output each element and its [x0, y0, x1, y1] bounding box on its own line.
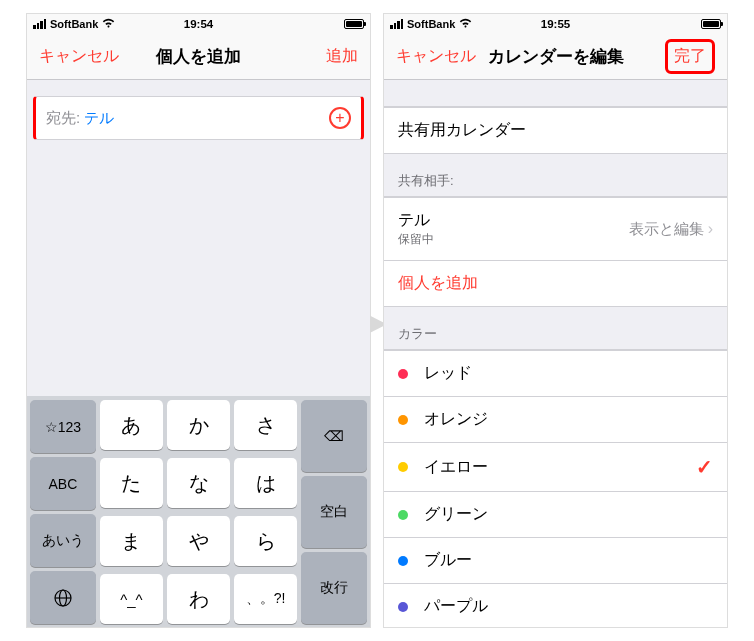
calendar-name: 共有用カレンダー	[398, 120, 526, 141]
chevron-right-icon: ›	[708, 220, 713, 238]
color-option[interactable]: オレンジ	[384, 397, 727, 443]
phone-left: SoftBank 19:54 キャンセル 個人を追加 追加 宛先: テル + ☆…	[26, 13, 371, 628]
color-label: ブルー	[424, 550, 713, 571]
color-label: パープル	[424, 596, 713, 617]
calendar-name-cell[interactable]: 共有用カレンダー	[384, 107, 727, 154]
share-section-header: 共有相手:	[384, 154, 727, 196]
recipient-label: 宛先:	[46, 109, 80, 128]
key-ka[interactable]: か	[167, 400, 230, 450]
key-a[interactable]: あ	[100, 400, 163, 450]
add-person-cell[interactable]: 個人を追加	[384, 261, 727, 307]
cancel-button[interactable]: キャンセル	[396, 46, 476, 67]
key-abc[interactable]: ABC	[30, 457, 96, 510]
phone-right: SoftBank 19:55 キャンセル カレンダーを編集 完了 共有用カレンダ…	[383, 13, 728, 628]
key-punct[interactable]: 、。?!	[234, 574, 297, 624]
battery-icon	[701, 19, 721, 29]
color-section-header: カラー	[384, 307, 727, 349]
color-dot-icon	[398, 556, 408, 566]
key-return[interactable]: 改行	[301, 552, 367, 624]
share-entry[interactable]: テル 保留中 表示と編集 ›	[384, 197, 727, 261]
nav-bar: キャンセル 個人を追加 追加	[27, 34, 370, 80]
key-ra[interactable]: ら	[234, 516, 297, 566]
add-contact-icon[interactable]: +	[329, 107, 351, 129]
color-option[interactable]: ブルー	[384, 538, 727, 584]
key-na[interactable]: な	[167, 458, 230, 508]
color-dot-icon	[398, 602, 408, 612]
share-permission: 表示と編集	[629, 220, 704, 239]
share-name: テル	[398, 210, 629, 231]
color-option[interactable]: グリーン	[384, 492, 727, 538]
content-area	[27, 140, 370, 396]
add-button[interactable]: 追加	[288, 46, 358, 67]
color-dot-icon	[398, 369, 408, 379]
checkmark-icon: ✓	[696, 455, 713, 479]
battery-icon	[344, 19, 364, 29]
key-aiu[interactable]: あいう	[30, 514, 96, 567]
color-dot-icon	[398, 462, 408, 472]
color-list: レッドオレンジイエロー✓グリーンブルーパープル	[384, 349, 727, 627]
key-backspace[interactable]: ⌫	[301, 400, 367, 472]
content-area: 共有用カレンダー 共有相手: テル 保留中 表示と編集 › 個人を追加 カラー …	[384, 80, 727, 627]
key-ma[interactable]: ま	[100, 516, 163, 566]
key-sa[interactable]: さ	[234, 400, 297, 450]
color-label: グリーン	[424, 504, 713, 525]
done-button[interactable]: 完了	[645, 39, 715, 74]
color-label: レッド	[424, 363, 713, 384]
color-label: イエロー	[424, 457, 696, 478]
color-option[interactable]: パープル	[384, 584, 727, 627]
color-dot-icon	[398, 415, 408, 425]
keyboard: ☆123 ABC あいう あ か さ た な は ま	[27, 396, 370, 627]
status-time: 19:54	[27, 18, 370, 30]
recipient-value: テル	[84, 109, 329, 128]
recipient-field[interactable]: 宛先: テル +	[33, 96, 364, 140]
key-globe[interactable]	[30, 571, 96, 624]
color-option[interactable]: イエロー✓	[384, 443, 727, 492]
status-bar: SoftBank 19:55	[384, 14, 727, 34]
nav-bar: キャンセル カレンダーを編集 完了	[384, 34, 727, 80]
status-time: 19:55	[384, 18, 727, 30]
key-ta[interactable]: た	[100, 458, 163, 508]
cancel-button[interactable]: キャンセル	[39, 46, 119, 67]
key-ya[interactable]: や	[167, 516, 230, 566]
status-bar: SoftBank 19:54	[27, 14, 370, 34]
share-status: 保留中	[398, 231, 629, 248]
key-space[interactable]: 空白	[301, 476, 367, 548]
key-emoji[interactable]: ^_^	[100, 574, 163, 624]
color-dot-icon	[398, 510, 408, 520]
key-wa[interactable]: わ	[167, 574, 230, 624]
key-ha[interactable]: は	[234, 458, 297, 508]
color-label: オレンジ	[424, 409, 713, 430]
key-sym[interactable]: ☆123	[30, 400, 96, 453]
color-option[interactable]: レッド	[384, 350, 727, 397]
